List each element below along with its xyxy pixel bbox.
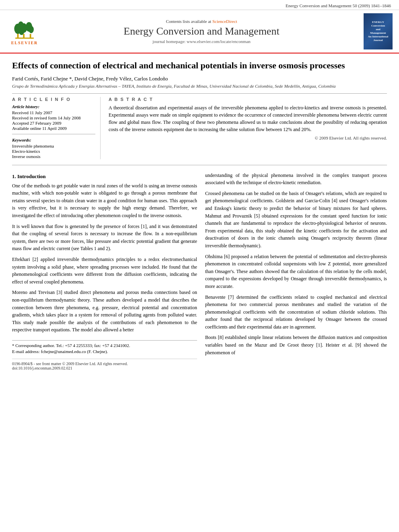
elsevier-logo: ELSEVIER — [6, 18, 43, 45]
sciencedirect-anchor[interactable]: ScienceDirect — [212, 19, 237, 24]
keyword-2: Electro-kinetics — [12, 149, 95, 154]
abstract-label: A B S T R A C T — [109, 97, 387, 102]
elsevier-tree-icon — [12, 18, 37, 40]
history-label: Article history: — [12, 104, 95, 109]
intro-heading: 1. Introduction — [12, 173, 197, 180]
received-date: Received 11 July 2007 — [12, 110, 95, 115]
info-abstract-section: A R T I C L E I N F O Article history: R… — [12, 97, 387, 159]
copyright-footer: 0196-8904/$ - see front matter © 2009 El… — [12, 359, 197, 370]
right-para-3: Ohshima [6] proposed a relation between … — [205, 253, 387, 290]
paper-title: Effects of connection of electrical and … — [12, 60, 387, 72]
affiliation: Grupo de Termodinámica Aplicada y Energí… — [12, 84, 387, 88]
abstract-text: A theoretical dissertation and experimen… — [109, 104, 387, 133]
svg-rect-5 — [23, 34, 25, 38]
doi-text: doi:10.1016/j.enconman.2009.02.021 — [12, 366, 197, 370]
svg-point-7 — [29, 26, 34, 33]
sciencedirect-link: Contents lists available at ScienceDirec… — [43, 19, 360, 24]
revised-date: Received in revised form 14 July 2008 — [12, 115, 95, 120]
thumb-journal-text: ENERGY Conversion and Management An Inte… — [365, 21, 391, 43]
svg-rect-9 — [15, 38, 34, 39]
content-divider — [12, 165, 387, 165]
elsevier-brand-text: ELSEVIER — [11, 41, 38, 45]
journal-banner: ELSEVIER Contents lists available at Sci… — [0, 10, 399, 53]
intro-para-4: Moreno and Trevisan [3] studied direct p… — [12, 289, 197, 334]
accepted-date: Accepted 27 February 2009 — [12, 121, 95, 125]
main-content: 1. Introduction One of the methods to ge… — [12, 172, 387, 370]
intro-para-3: Eftekhari [2] applied irreversible therm… — [12, 256, 197, 286]
keyword-1: Irreversible phenomena — [12, 144, 95, 148]
article-info-column: A R T I C L E I N F O Article history: R… — [12, 97, 101, 159]
available-date: Available online 11 April 2009 — [12, 126, 95, 131]
paper-body: Effects of connection of electrical and … — [0, 53, 399, 378]
intro-para-1: One of the methods to get potable water … — [12, 182, 197, 220]
journal-homepage: journal homepage: www.elsevier.com/locat… — [43, 39, 360, 44]
authors: Farid Cortés, Farid Chejne *, David Chej… — [12, 76, 387, 82]
right-para-4: Benavente [7] determined the coefficient… — [205, 294, 387, 331]
article-info-label: A R T I C L E I N F O — [12, 97, 95, 102]
left-content-column: 1. Introduction One of the methods to ge… — [12, 172, 197, 370]
footnote-email: E-mail address: fchejne@unaimed.edu.co (… — [12, 349, 197, 354]
intro-para-2: It is well known that flow is generated … — [12, 223, 197, 253]
journal-title-block: Contents lists available at ScienceDirec… — [43, 19, 360, 44]
right-para-1: understanding of the physical phenomena … — [205, 172, 387, 187]
divider — [12, 93, 387, 94]
svg-rect-8 — [30, 34, 31, 38]
copyright-text: 0196-8904/$ - see front matter © 2009 El… — [12, 362, 197, 366]
right-para-5: Boots [8] established simple linear rela… — [205, 334, 387, 356]
right-content-column: understanding of the physical phenomena … — [205, 172, 387, 370]
keywords-divider — [12, 134, 95, 134]
abstract-copyright: © 2009 Elsevier Ltd. All rights reserved… — [109, 136, 387, 140]
footnote-section: * Corresponding author. Tel.: +57 4 2255… — [12, 340, 197, 354]
keyword-3: Inverse osmosis — [12, 154, 95, 159]
abstract-column: A B S T R A C T A theoretical dissertati… — [109, 97, 387, 159]
journal-thumbnail: ENERGY Conversion and Management An Inte… — [360, 13, 393, 49]
keywords-label: Keywords: — [12, 138, 95, 142]
journal-reference: Energy Conversion and Management 50 (200… — [0, 0, 399, 10]
journal-name: Energy Conversion and Management — [43, 25, 360, 37]
right-para-2: Crossed phenomena can be studied on the … — [205, 190, 387, 250]
footnote-corresponding: * Corresponding author. Tel.: +57 4 2255… — [12, 343, 197, 348]
